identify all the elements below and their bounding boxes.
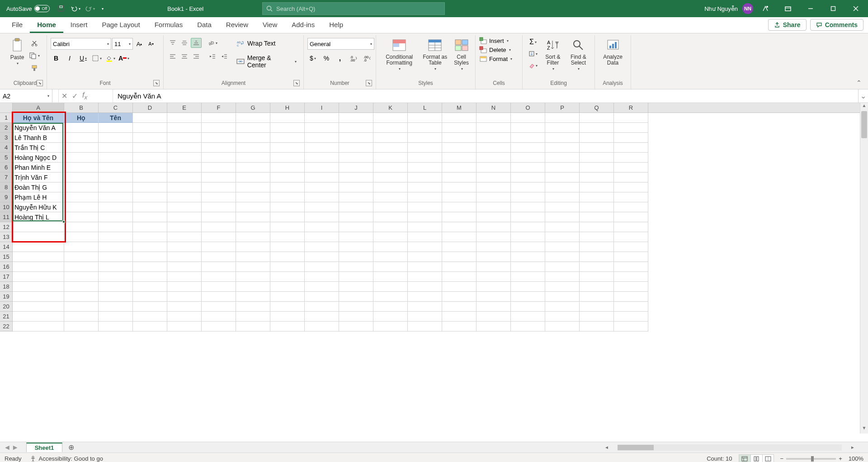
row-header-20[interactable]: 20 bbox=[0, 302, 13, 312]
cell-C21[interactable] bbox=[99, 312, 133, 322]
row-header-17[interactable]: 17 bbox=[0, 272, 13, 282]
column-header-R[interactable]: R bbox=[614, 103, 648, 112]
minimize-button[interactable] bbox=[800, 0, 821, 17]
sheet-tab-1[interactable]: Sheet1 bbox=[26, 443, 63, 452]
cell-C5[interactable] bbox=[99, 153, 133, 163]
cell-R3[interactable] bbox=[614, 133, 648, 143]
cell-M9[interactable] bbox=[442, 192, 476, 202]
comma-button[interactable]: , bbox=[335, 53, 345, 63]
cell-P12[interactable] bbox=[545, 222, 580, 232]
cell-I17[interactable] bbox=[305, 272, 339, 282]
cell-N4[interactable] bbox=[476, 143, 511, 153]
cell-N13[interactable] bbox=[476, 232, 511, 242]
cell-F19[interactable] bbox=[202, 292, 236, 302]
zoom-in-button[interactable]: + bbox=[839, 455, 842, 462]
column-header-P[interactable]: P bbox=[545, 103, 580, 112]
cell-K6[interactable] bbox=[373, 163, 408, 173]
cell-O8[interactable] bbox=[511, 182, 545, 192]
cell-A17[interactable] bbox=[13, 272, 64, 282]
cell-O4[interactable] bbox=[511, 143, 545, 153]
cell-B21[interactable] bbox=[64, 312, 99, 322]
cell-J2[interactable] bbox=[339, 123, 373, 133]
cell-A7[interactable]: Trịnh Văn F bbox=[13, 173, 64, 182]
undo-button[interactable]: ▾ bbox=[70, 3, 81, 14]
cell-A5[interactable]: Hoàng Ngọc D bbox=[13, 153, 64, 163]
cell-C9[interactable] bbox=[99, 192, 133, 202]
cell-L1[interactable] bbox=[408, 113, 442, 123]
cell-O3[interactable] bbox=[511, 133, 545, 143]
cell-A21[interactable] bbox=[13, 312, 64, 322]
cell-H19[interactable] bbox=[270, 292, 305, 302]
cell-F7[interactable] bbox=[202, 173, 236, 182]
decrease-decimal-button[interactable]: .00.0 bbox=[362, 53, 373, 63]
cell-L11[interactable] bbox=[408, 212, 442, 222]
cell-J6[interactable] bbox=[339, 163, 373, 173]
cell-R18[interactable] bbox=[614, 282, 648, 292]
ribbon-display-button[interactable] bbox=[778, 0, 798, 17]
cell-R6[interactable] bbox=[614, 163, 648, 173]
copy-button[interactable]: ▾ bbox=[29, 51, 40, 61]
cell-G20[interactable] bbox=[236, 302, 270, 312]
accounting-format-button[interactable]: $▾ bbox=[307, 53, 318, 63]
cell-J7[interactable] bbox=[339, 173, 373, 182]
formula-input[interactable]: Nguyễn Văn A bbox=[113, 89, 858, 103]
cell-R2[interactable] bbox=[614, 123, 648, 133]
row-header-18[interactable]: 18 bbox=[0, 282, 13, 292]
cell-P21[interactable] bbox=[545, 312, 580, 322]
cell-G3[interactable] bbox=[236, 133, 270, 143]
cell-C8[interactable] bbox=[99, 182, 133, 192]
cell-B11[interactable] bbox=[64, 212, 99, 222]
cell-J14[interactable] bbox=[339, 242, 373, 252]
cell-I18[interactable] bbox=[305, 282, 339, 292]
cell-G14[interactable] bbox=[236, 242, 270, 252]
cell-G13[interactable] bbox=[236, 232, 270, 242]
cell-C2[interactable] bbox=[99, 123, 133, 133]
cell-L4[interactable] bbox=[408, 143, 442, 153]
cell-D4[interactable] bbox=[133, 143, 167, 153]
paste-button[interactable]: Paste ▾ bbox=[7, 36, 27, 66]
cell-G6[interactable] bbox=[236, 163, 270, 173]
cell-A11[interactable]: Hoàng Thị L bbox=[13, 212, 64, 222]
cell-K18[interactable] bbox=[373, 282, 408, 292]
cell-K19[interactable] bbox=[373, 292, 408, 302]
cell-G1[interactable] bbox=[236, 113, 270, 123]
cell-C4[interactable] bbox=[99, 143, 133, 153]
cell-K20[interactable] bbox=[373, 302, 408, 312]
cell-R8[interactable] bbox=[614, 182, 648, 192]
cell-Q1[interactable] bbox=[580, 113, 614, 123]
cells-container[interactable]: 1Họ và TênHọTên2Nguyễn Văn A3Lê Thanh B4… bbox=[0, 113, 860, 434]
cell-N16[interactable] bbox=[476, 262, 511, 272]
column-header-C[interactable]: C bbox=[99, 103, 133, 112]
cell-I7[interactable] bbox=[305, 173, 339, 182]
cell-M7[interactable] bbox=[442, 173, 476, 182]
cell-F20[interactable] bbox=[202, 302, 236, 312]
cell-E7[interactable] bbox=[167, 173, 202, 182]
cell-B5[interactable] bbox=[64, 153, 99, 163]
row-header-7[interactable]: 7 bbox=[0, 173, 13, 182]
cell-F11[interactable] bbox=[202, 212, 236, 222]
cell-I6[interactable] bbox=[305, 163, 339, 173]
cell-P18[interactable] bbox=[545, 282, 580, 292]
cell-E21[interactable] bbox=[167, 312, 202, 322]
cell-B20[interactable] bbox=[64, 302, 99, 312]
cell-Q11[interactable] bbox=[580, 212, 614, 222]
cell-O18[interactable] bbox=[511, 282, 545, 292]
cell-C3[interactable] bbox=[99, 133, 133, 143]
cell-R14[interactable] bbox=[614, 242, 648, 252]
cell-B3[interactable] bbox=[64, 133, 99, 143]
cell-O11[interactable] bbox=[511, 212, 545, 222]
column-header-B[interactable]: B bbox=[64, 103, 99, 112]
cell-R17[interactable] bbox=[614, 272, 648, 282]
normal-view-button[interactable] bbox=[739, 454, 750, 462]
cell-H4[interactable] bbox=[270, 143, 305, 153]
cell-G5[interactable] bbox=[236, 153, 270, 163]
cell-E3[interactable] bbox=[167, 133, 202, 143]
cell-P10[interactable] bbox=[545, 202, 580, 212]
cell-H21[interactable] bbox=[270, 312, 305, 322]
cell-Q2[interactable] bbox=[580, 123, 614, 133]
zoom-slider[interactable]: − + bbox=[780, 455, 842, 462]
cell-I10[interactable] bbox=[305, 202, 339, 212]
collapse-ribbon-button[interactable]: ⌃ bbox=[856, 79, 862, 86]
format-cells-button[interactable]: Format▾ bbox=[479, 55, 512, 62]
cell-P9[interactable] bbox=[545, 192, 580, 202]
